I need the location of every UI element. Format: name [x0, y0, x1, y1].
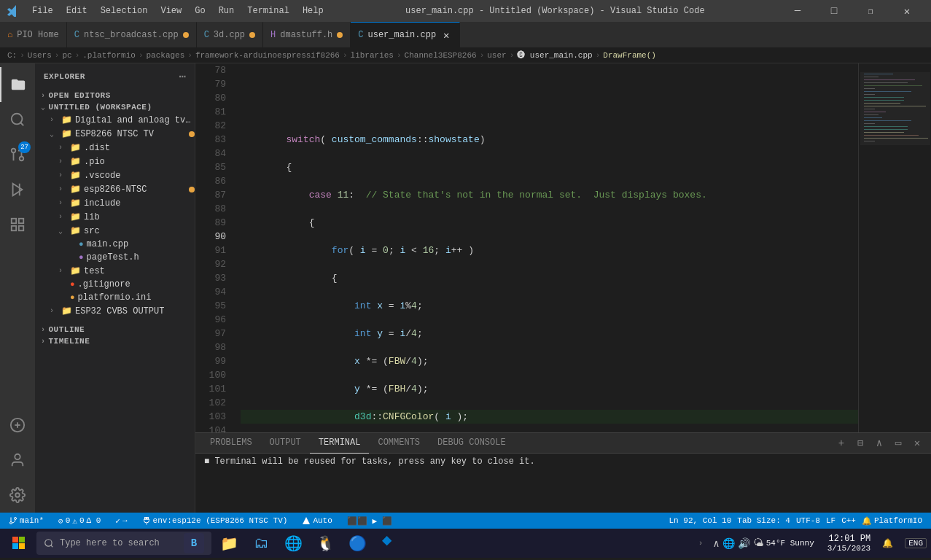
tray-battery[interactable]: 🌤	[753, 537, 763, 549]
folder-esp8266[interactable]: ⌄ 📁 ESP8266 NTSC TV	[35, 127, 195, 141]
tab-ntsc-broadcast[interactable]: C ntsc_broadcast.cpp	[67, 22, 197, 47]
restore-button[interactable]: ❐	[854, 0, 887, 22]
file-main-cpp[interactable]: ● main.cpp	[35, 238, 195, 251]
status-branch[interactable]: main*	[6, 513, 47, 529]
taskbar-chrome[interactable]: 🌐	[278, 529, 308, 558]
file-gitignore[interactable]: ● .gitignore	[35, 278, 195, 291]
panel-tab-problems[interactable]: PROBLEMS	[201, 433, 261, 454]
activity-extensions[interactable]	[0, 207, 35, 242]
breadcrumb-user[interactable]: user	[487, 51, 506, 60]
panel-chevron-up[interactable]: ∧	[871, 435, 887, 451]
activity-run-debug[interactable]	[0, 172, 35, 207]
status-position[interactable]: Ln 92, Col 10	[666, 513, 735, 529]
status-language[interactable]: C++	[838, 513, 859, 529]
breadcrumb-platformio[interactable]: .platformio	[82, 51, 136, 60]
breadcrumb-libraries[interactable]: libraries	[351, 51, 394, 60]
panel-maximize-button[interactable]: ▭	[890, 435, 906, 451]
status-auto-upload[interactable]: Auto	[299, 513, 335, 529]
menu-run[interactable]: Run	[213, 4, 241, 18]
file-pagetest-h[interactable]: ● pageTest.h	[35, 251, 195, 264]
status-platform[interactable]: env:esp12e (ESP8266 NTSC TV)	[139, 513, 291, 529]
status-notification[interactable]: 🔔 PlatformIO	[859, 513, 925, 529]
tab-pio-home[interactable]: ⌂ PIO Home	[0, 22, 67, 47]
breadcrumb-framework[interactable]: framework-arduinoespressif8266	[195, 51, 340, 60]
tab-user-main[interactable]: C user_main.cpp ✕	[351, 22, 460, 47]
english-label[interactable]: ENG	[905, 538, 927, 548]
taskbar-explorer-app[interactable]: 🗂	[246, 529, 276, 558]
taskbar-file-explorer[interactable]: 📁	[214, 529, 244, 558]
panel-close-button[interactable]: ✕	[909, 435, 925, 451]
status-line-ending[interactable]: LF	[823, 513, 838, 529]
folder-digital-tv[interactable]: › 📁 Digital and anloag tv ...	[35, 113, 195, 127]
folder-lib[interactable]: › 📁 lib	[35, 210, 195, 224]
svg-rect-39	[860, 72, 930, 145]
tray-volume[interactable]: 🔊	[738, 537, 750, 550]
menu-terminal[interactable]: Terminal	[241, 4, 295, 18]
status-checkmarks[interactable]: ✓ →	[112, 513, 130, 529]
activity-pio[interactable]	[0, 408, 35, 443]
timeline-section[interactable]: › TIMELINE	[35, 335, 195, 347]
tab-close-button[interactable]: ✕	[440, 29, 452, 41]
panel-split-button[interactable]: ⊟	[852, 435, 868, 451]
breadcrumb-channel3[interactable]: Channel3ESP8266	[405, 51, 477, 60]
code-content[interactable]: switch( custom_commands::showstate) { ca…	[233, 63, 858, 432]
folder-test[interactable]: › 📁 test	[35, 264, 195, 278]
file-platformio-ini[interactable]: ● platformio.ini	[35, 291, 195, 304]
breadcrumb-c[interactable]: C:	[7, 51, 17, 60]
breadcrumb-users[interactable]: Users	[28, 51, 52, 60]
folder-vscode-label: .vscode	[84, 171, 195, 181]
taskbar-search[interactable]: Type here to search B	[36, 532, 211, 555]
breadcrumb-packages[interactable]: packages	[146, 51, 184, 60]
show-desktop-button[interactable]	[899, 529, 902, 558]
notification-center-button[interactable]: 🔔	[879, 538, 896, 549]
tray-arrow[interactable]: ∧	[713, 537, 719, 550]
folder-esp8266-ntsc[interactable]: › 📁 esp8266-NTSC	[35, 182, 195, 196]
code-editor[interactable]: 78 79 80 81 82 83 84 85 86 87 88 89 90 9…	[195, 63, 931, 432]
sidebar-more-button[interactable]: ⋯	[179, 69, 186, 84]
panel-add-button[interactable]: +	[833, 435, 849, 451]
maximize-button[interactable]: □	[817, 0, 851, 22]
bing-button[interactable]: B	[184, 533, 204, 553]
folder-dist[interactable]: › 📁 .dist	[35, 141, 195, 155]
menu-view[interactable]: View	[155, 4, 187, 18]
folder-src[interactable]: ⌄ 📁 src	[35, 224, 195, 238]
clock[interactable]: 12:01 PM 3/15/2023	[822, 534, 876, 553]
folder-pio[interactable]: › 📁 .pio	[35, 155, 195, 168]
tray-network[interactable]: 🌐	[722, 537, 735, 550]
breadcrumb-function[interactable]: DrawFrame()	[603, 51, 656, 60]
status-errors[interactable]: ⊘ 0 ⚠ 0 Δ 0	[55, 513, 104, 529]
panel-tab-comments[interactable]: COMMENTS	[369, 433, 429, 454]
open-editors-section[interactable]: › OPEN EDITORS	[35, 90, 195, 101]
menu-edit[interactable]: Edit	[61, 4, 93, 18]
status-tab-size[interactable]: Tab Size: 4	[734, 513, 793, 529]
menu-help[interactable]: Help	[297, 4, 330, 18]
status-encoding[interactable]: UTF-8	[793, 513, 823, 529]
activity-explorer[interactable]	[0, 67, 35, 102]
workspace-section[interactable]: ⌄ UNTITLED (WORKSPACE)	[35, 101, 195, 113]
close-button[interactable]: ✕	[890, 0, 924, 22]
breadcrumb-filename[interactable]: 🅒 user_main.cpp	[517, 50, 592, 60]
menu-go[interactable]: Go	[189, 4, 211, 18]
activity-accounts[interactable]	[0, 443, 35, 478]
activity-search[interactable]	[0, 102, 35, 137]
breadcrumb-pc[interactable]: pc	[62, 51, 71, 60]
activity-settings[interactable]	[0, 478, 35, 513]
menu-file[interactable]: File	[26, 4, 59, 18]
folder-esp32-cvbs[interactable]: › 📁 ESP32 CVBS OUTPUT	[35, 304, 195, 318]
activity-source-control[interactable]: 27	[0, 137, 35, 172]
minimize-button[interactable]: ─	[781, 0, 814, 22]
folder-vscode[interactable]: › 📁 .vscode	[35, 168, 195, 182]
terminal-content[interactable]: ■ Terminal will be reused for tasks, pre…	[195, 454, 931, 513]
taskbar-pin-2[interactable]: 🔵	[343, 529, 372, 558]
start-button[interactable]	[4, 529, 34, 558]
tab-3d-cpp[interactable]: C 3d.cpp	[197, 22, 263, 47]
folder-include[interactable]: › 📁 include	[35, 196, 195, 210]
outline-section[interactable]: › OUTLINE	[35, 324, 195, 335]
panel-tab-output[interactable]: OUTPUT	[261, 433, 310, 454]
panel-tab-debug-console[interactable]: DEBUG CONSOLE	[429, 433, 515, 454]
taskbar-vscode[interactable]	[375, 529, 404, 558]
panel-tab-terminal[interactable]: TERMINAL	[310, 433, 370, 454]
tab-dmastuff[interactable]: H dmastuff.h	[263, 22, 351, 47]
taskbar-pin-1[interactable]: 🐧	[311, 529, 340, 558]
menu-selection[interactable]: Selection	[95, 4, 154, 18]
